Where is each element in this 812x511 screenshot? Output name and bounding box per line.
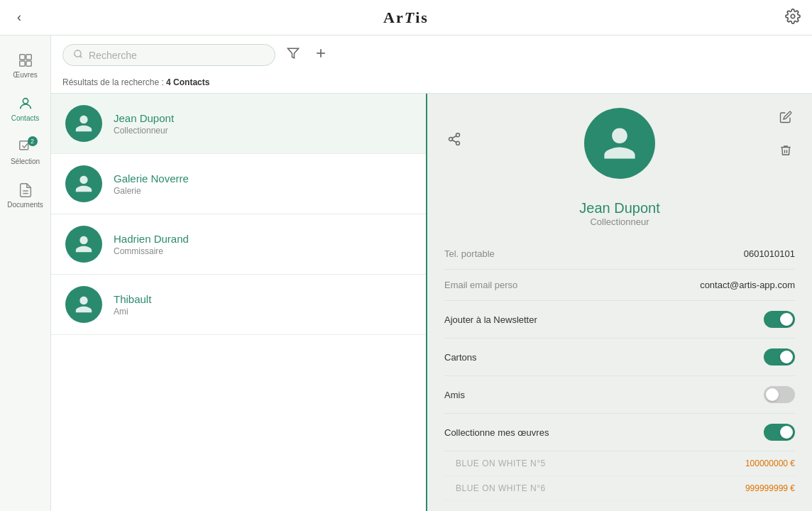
delete-button[interactable] xyxy=(777,141,795,163)
contact-type-2: Commissaire xyxy=(114,246,412,256)
add-icon[interactable] xyxy=(314,46,328,64)
contact-info-0: Jean Dupont Collectionneur xyxy=(114,112,412,136)
contact-item-3[interactable]: Thibault Ami xyxy=(51,275,426,335)
toggle-1[interactable] xyxy=(764,348,795,366)
artwork-name-1: BLUE ON WHITE N°6 xyxy=(456,483,546,493)
edit-button[interactable] xyxy=(777,108,795,130)
contact-name-1: Galerie Noverre xyxy=(114,172,412,185)
contact-list: Jean Dupont Collectionneur Galerie Nover… xyxy=(51,94,427,511)
field-label-1: Email email perso xyxy=(444,280,517,290)
toggle-field-3: Collectionne mes œuvres xyxy=(444,414,795,451)
contact-type-0: Collectionneur xyxy=(114,126,412,136)
sidebar-item-contacts[interactable]: Contacts xyxy=(0,90,50,128)
svg-marker-11 xyxy=(288,48,299,58)
field-label-0: Tel. portable xyxy=(444,248,495,259)
sidebar-item-selection[interactable]: 2 Sélection xyxy=(0,133,50,171)
filter-icon[interactable] xyxy=(287,47,300,63)
search-input[interactable] xyxy=(89,50,265,61)
back-button[interactable]: ‹ xyxy=(11,7,27,28)
svg-point-9 xyxy=(75,50,81,57)
contact-type-1: Galerie xyxy=(114,186,412,196)
artwork-item-0[interactable]: BLUE ON WHITE N°5 100000000 € xyxy=(444,451,795,476)
toggle-0[interactable] xyxy=(764,311,795,328)
toggle-field-1: Cartons xyxy=(444,339,795,376)
detail-name: Jean Dupont xyxy=(444,200,795,216)
toggle-3[interactable] xyxy=(764,424,795,441)
toggle-field-2: Amis xyxy=(444,376,795,414)
svg-point-0 xyxy=(791,14,795,18)
results-bar: Résultats de la recherche : 4 Contacts xyxy=(62,73,801,93)
contact-item-1[interactable]: Galerie Noverre Galerie xyxy=(51,154,426,214)
artwork-price-1: 999999999 € xyxy=(745,483,795,493)
detail-type: Collectionneur xyxy=(444,216,795,227)
detail-header xyxy=(444,108,795,179)
contact-item-0[interactable]: Jean Dupont Collectionneur xyxy=(51,94,426,154)
svg-rect-2 xyxy=(26,55,31,60)
svg-rect-4 xyxy=(26,61,31,66)
detail-actions xyxy=(777,108,795,163)
sidebar-item-oeuvres[interactable]: Œuvres xyxy=(0,47,50,84)
detail-avatar xyxy=(584,108,655,179)
svg-rect-6 xyxy=(19,141,28,150)
contact-name-2: Hadrien Durand xyxy=(114,233,412,245)
toolbar-icons xyxy=(287,46,328,64)
detail-field-1: Email email perso contact@artis-app.com xyxy=(444,270,795,301)
share-button[interactable] xyxy=(444,129,464,153)
share-button-wrap xyxy=(444,129,464,153)
svg-line-17 xyxy=(452,140,456,142)
main-layout: Œuvres Contacts 2 Sélection xyxy=(0,35,812,511)
contact-name-0: Jean Dupont xyxy=(114,112,412,124)
settings-icon[interactable] xyxy=(785,9,801,27)
contact-item-2[interactable]: Hadrien Durand Commissaire xyxy=(51,214,426,275)
artwork-item-1[interactable]: BLUE ON WHITE N°6 999999999 € xyxy=(444,476,795,501)
search-input-wrap[interactable] xyxy=(62,44,275,66)
toggle-label-0: Ajouter à la Newsletter xyxy=(444,314,537,325)
selection-badge-wrap: 2 xyxy=(18,139,33,155)
detail-field-0: Tel. portable 0601010101 xyxy=(444,238,795,270)
toggle-field-0: Ajouter à la Newsletter xyxy=(444,301,795,339)
svg-point-5 xyxy=(23,99,28,104)
field-value-1: contact@artis-app.com xyxy=(700,280,795,290)
search-area: Résultats de la recherche : 4 Contacts xyxy=(51,35,812,94)
svg-line-18 xyxy=(452,136,456,138)
artwork-name-0: BLUE ON WHITE N°5 xyxy=(456,458,546,468)
search-row xyxy=(62,44,801,66)
toggle-2[interactable] xyxy=(764,386,795,403)
toggle-label-3: Collectionne mes œuvres xyxy=(444,427,549,438)
contact-info-3: Thibault Ami xyxy=(114,293,412,317)
contact-info-2: Hadrien Durand Commissaire xyxy=(114,233,412,256)
search-icon xyxy=(73,49,83,61)
two-col: Jean Dupont Collectionneur Galerie Nover… xyxy=(51,94,812,511)
toggle-label-2: Amis xyxy=(444,390,465,400)
artwork-price-0: 100000000 € xyxy=(745,458,795,468)
avatar-galerie-noverre xyxy=(65,165,102,202)
sidebar: Œuvres Contacts 2 Sélection xyxy=(0,35,51,511)
detail-panel: Jean Dupont Collectionneur Tel. portable… xyxy=(427,94,812,511)
contact-name-3: Thibault xyxy=(114,293,412,305)
avatar-hadrien-durand xyxy=(65,226,102,263)
avatar-thibault xyxy=(65,286,102,323)
svg-line-10 xyxy=(80,56,82,58)
selection-badge: 2 xyxy=(28,136,38,146)
svg-rect-3 xyxy=(19,61,24,66)
avatar-jean-dupont xyxy=(65,105,102,142)
contact-info-1: Galerie Noverre Galerie xyxy=(114,172,412,196)
app-logo: ArTis xyxy=(383,9,429,27)
toggle-label-1: Cartons xyxy=(444,352,477,363)
content-area: Résultats de la recherche : 4 Contacts J… xyxy=(51,35,812,511)
contact-type-3: Ami xyxy=(114,307,412,317)
field-value-0: 0601010101 xyxy=(744,248,795,259)
svg-point-14 xyxy=(456,133,460,137)
sidebar-item-documents[interactable]: Documents xyxy=(0,177,50,214)
top-header: ‹ ArTis xyxy=(0,0,812,35)
svg-point-16 xyxy=(456,141,460,145)
svg-rect-1 xyxy=(19,55,24,60)
svg-point-15 xyxy=(449,138,453,141)
